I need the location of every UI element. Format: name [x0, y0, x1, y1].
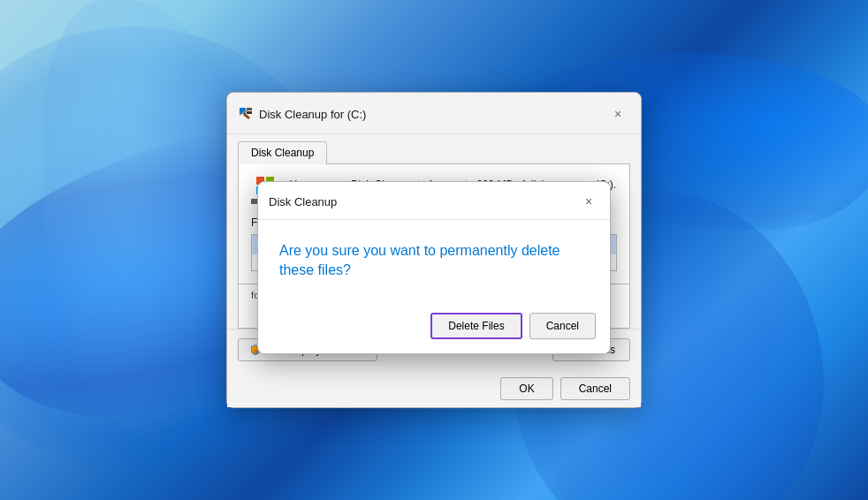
- main-window-close-button[interactable]: ×: [605, 102, 630, 126]
- main-window-title: Disk Cleanup for (C:): [259, 108, 366, 121]
- confirm-dialog-title: Disk Cleanup: [269, 195, 337, 208]
- main-ok-cancel-row: OK Cancel: [227, 370, 641, 407]
- main-title-bar: Disk Cleanup for (C:) ×: [227, 93, 641, 134]
- tab-disk-cleanup[interactable]: Disk Cleanup: [238, 141, 327, 164]
- confirm-dialog-close-button[interactable]: ×: [578, 191, 599, 212]
- confirm-dialog-body: Are you sure you want to permanently del…: [258, 220, 610, 313]
- confirm-question-text: Are you sure you want to permanently del…: [279, 241, 589, 281]
- confirm-dialog: Disk Cleanup × Are you sure you want to …: [257, 181, 611, 354]
- cancel-button-main[interactable]: Cancel: [560, 377, 630, 400]
- title-bar-left: Disk Cleanup for (C:): [238, 106, 366, 122]
- dialog-overlay: Disk Cleanup for (C:) × Disk Cleanup: [0, 0, 868, 500]
- svg-rect-2: [247, 111, 252, 114]
- cancel-button-confirm[interactable]: Cancel: [529, 313, 596, 339]
- tab-strip: Disk Cleanup: [227, 134, 641, 163]
- disk-cleanup-title-icon: [238, 106, 254, 122]
- confirm-title-bar: Disk Cleanup ×: [258, 182, 610, 220]
- svg-marker-3: [243, 113, 250, 119]
- ok-button[interactable]: OK: [500, 377, 552, 400]
- main-disk-cleanup-window: Disk Cleanup for (C:) × Disk Cleanup: [226, 92, 642, 408]
- confirm-dialog-buttons: Delete Files Cancel: [258, 313, 610, 353]
- delete-files-button[interactable]: Delete Files: [430, 313, 522, 339]
- svg-rect-1: [247, 108, 252, 110]
